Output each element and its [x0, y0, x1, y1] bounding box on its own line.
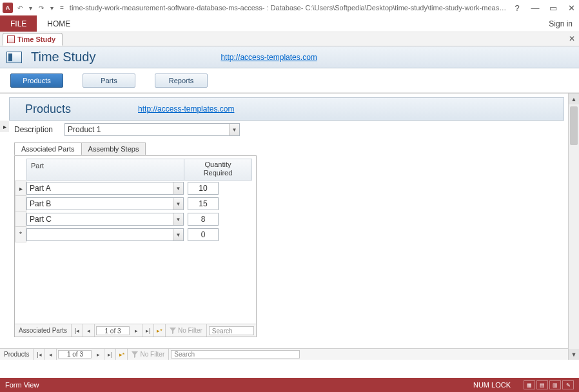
scroll-up-icon[interactable]: ▲ — [569, 93, 579, 104]
qty-field[interactable]: 10 — [188, 182, 219, 195]
file-tab[interactable]: FILE — [0, 15, 37, 32]
part-value: Part A — [30, 184, 51, 193]
nav-reports-button[interactable]: Reports — [155, 74, 208, 88]
subform-search-input[interactable]: Search — [209, 326, 254, 335]
nav-new-icon[interactable]: ▸* — [116, 349, 128, 360]
close-icon[interactable]: ✕ — [566, 3, 576, 13]
nav-new-icon[interactable]: ▸* — [154, 324, 166, 337]
nav-buttons: Products Parts Reports — [0, 68, 579, 93]
subform-data-rows: Part A ▼ 10 Part B ▼ 15 Part C ▼ — [26, 181, 252, 242]
redo-dropdown-icon[interactable]: ▾ — [48, 5, 55, 12]
main-vertical-scrollbar[interactable]: ▲ ▼ — [568, 93, 579, 360]
main-body: Products http://access-templates.com ▸ D… — [0, 93, 568, 349]
doc-close-icon[interactable]: ✕ — [569, 34, 575, 43]
ribbon-tabs: FILE HOME Sign in — [0, 15, 579, 32]
status-numlock: NUM LOCK — [473, 381, 511, 389]
undo-dropdown-icon[interactable]: ▾ — [27, 5, 34, 12]
subform-rowsel[interactable] — [15, 196, 26, 211]
nav-parts-button[interactable]: Parts — [83, 74, 135, 88]
access-app-icon: A — [3, 3, 13, 13]
form-record-counter[interactable]: 1 of 3 — [58, 350, 92, 358]
subform-record-counter[interactable]: 1 of 3 — [96, 326, 130, 335]
subform-rowsel-new[interactable]: * — [15, 227, 26, 242]
subform-rowsel[interactable] — [15, 211, 26, 227]
form-nav-label: Products — [0, 349, 34, 360]
chevron-down-icon[interactable]: ▼ — [173, 229, 183, 240]
subform-rowsel-current[interactable]: ▸ — [15, 181, 26, 196]
subform-row: Part B ▼ 15 — [26, 196, 252, 211]
subform-row: Part C ▼ 8 — [26, 211, 252, 227]
form-icon — [7, 35, 15, 43]
form-view-icon[interactable]: ▦ — [524, 380, 535, 389]
doc-tab-time-study[interactable]: Time Study — [3, 33, 63, 46]
design-view-icon[interactable]: ✎ — [562, 380, 574, 389]
nav-next-icon[interactable]: ▸ — [93, 349, 104, 360]
part-combo[interactable]: ▼ — [26, 228, 184, 241]
qty-field[interactable]: 0 — [188, 228, 219, 241]
subform-nav-label: Associated Parts — [15, 324, 72, 337]
help-icon[interactable]: ? — [512, 3, 522, 13]
part-combo[interactable]: Part C ▼ — [26, 213, 184, 226]
nav-prev-icon[interactable]: ◂ — [45, 349, 57, 360]
qat-customize-icon[interactable]: = — [58, 5, 66, 12]
scroll-down-icon[interactable]: ▼ — [569, 349, 579, 360]
chevron-down-icon[interactable]: ▼ — [173, 213, 183, 225]
home-tab[interactable]: HOME — [37, 15, 81, 32]
chevron-down-icon[interactable]: ▼ — [173, 198, 183, 210]
subform-row-new: ▼ 0 — [26, 227, 252, 242]
qty-field[interactable]: 15 — [188, 197, 219, 210]
title-bar: A ↶ ▾ ↷ ▾ = time-study-work-measurement-… — [0, 0, 579, 15]
products-header-title: Products — [25, 103, 71, 116]
nav-prev-icon[interactable]: ◂ — [83, 324, 95, 337]
nav-last-icon[interactable]: ▸| — [104, 349, 116, 360]
form-search-input[interactable]: Search — [171, 350, 300, 358]
redo-icon[interactable]: ↷ — [37, 5, 46, 12]
qty-field[interactable]: 8 — [188, 213, 219, 226]
quick-access-toolbar: A ↶ ▾ ↷ ▾ = — [3, 3, 66, 13]
form-filter-indicator[interactable]: No Filter — [128, 349, 169, 360]
nav-first-icon[interactable]: |◂ — [72, 324, 83, 337]
restore-icon[interactable]: ▭ — [548, 3, 558, 13]
part-combo[interactable]: Part B ▼ — [26, 197, 184, 210]
subform-column-headers: Part Quantity Required — [26, 159, 252, 181]
products-header-link[interactable]: http://access-templates.com — [138, 104, 234, 113]
tab-assembly-steps[interactable]: Assembly Steps — [81, 142, 146, 155]
inner-tabs: Associated Parts Assembly Steps — [14, 142, 145, 155]
description-dropdown-icon[interactable]: ▼ — [229, 124, 239, 135]
nav-next-icon[interactable]: ▸ — [131, 324, 142, 337]
window-controls: ? — ▭ ✕ — [512, 3, 576, 13]
description-label: Description — [14, 125, 53, 134]
record-selector-current[interactable]: ▸ — [0, 121, 9, 132]
form-header-title: Time Study — [31, 50, 95, 64]
products-header: Products http://access-templates.com — [9, 97, 564, 121]
form-header-link[interactable]: http://access-templates.com — [221, 53, 317, 62]
minimize-icon[interactable]: — — [530, 3, 540, 13]
main-area: Products http://access-templates.com ▸ D… — [0, 93, 579, 360]
window-title-path: time-study-work-measurement-software-dat… — [66, 4, 512, 12]
form-header: Time Study http://access-templates.com — [0, 46, 579, 68]
form-nav-bar: Products |◂ ◂ 1 of 3 ▸ ▸| ▸* No Filter S… — [0, 348, 568, 360]
tab-associated-parts[interactable]: Associated Parts — [14, 142, 82, 155]
funnel-icon — [170, 328, 176, 334]
layout-view-icon[interactable]: ▥ — [549, 380, 561, 389]
description-combo[interactable]: Product 1 ▼ — [64, 123, 240, 136]
part-combo[interactable]: Part A ▼ — [26, 182, 184, 195]
chevron-down-icon[interactable]: ▼ — [173, 182, 183, 194]
status-bar: Form View NUM LOCK ▦ ▤ ▥ ✎ — [0, 378, 579, 392]
scroll-thumb[interactable] — [570, 106, 578, 145]
undo-icon[interactable]: ↶ — [15, 5, 25, 12]
form-header-icon — [6, 52, 22, 63]
subform-nav-bar: Associated Parts |◂ ◂ 1 of 3 ▸ ▸| ▸* No … — [15, 324, 256, 337]
description-value: Product 1 — [68, 125, 101, 134]
nav-first-icon[interactable]: |◂ — [34, 349, 45, 360]
datasheet-view-icon[interactable]: ▤ — [536, 380, 548, 389]
nav-products-button[interactable]: Products — [10, 74, 63, 88]
view-switcher: ▦ ▤ ▥ ✎ — [524, 380, 574, 389]
associated-parts-subform: Part Quantity Required ▸ * Part A ▼ — [14, 155, 257, 337]
description-row: Description Product 1 ▼ — [14, 123, 240, 136]
signin-link[interactable]: Sign in — [542, 15, 579, 32]
nav-last-icon[interactable]: ▸| — [142, 324, 154, 337]
subform-filter-indicator[interactable]: No Filter — [166, 324, 207, 337]
col-header-quantity[interactable]: Quantity Required — [184, 159, 251, 180]
col-header-part[interactable]: Part — [27, 159, 184, 180]
